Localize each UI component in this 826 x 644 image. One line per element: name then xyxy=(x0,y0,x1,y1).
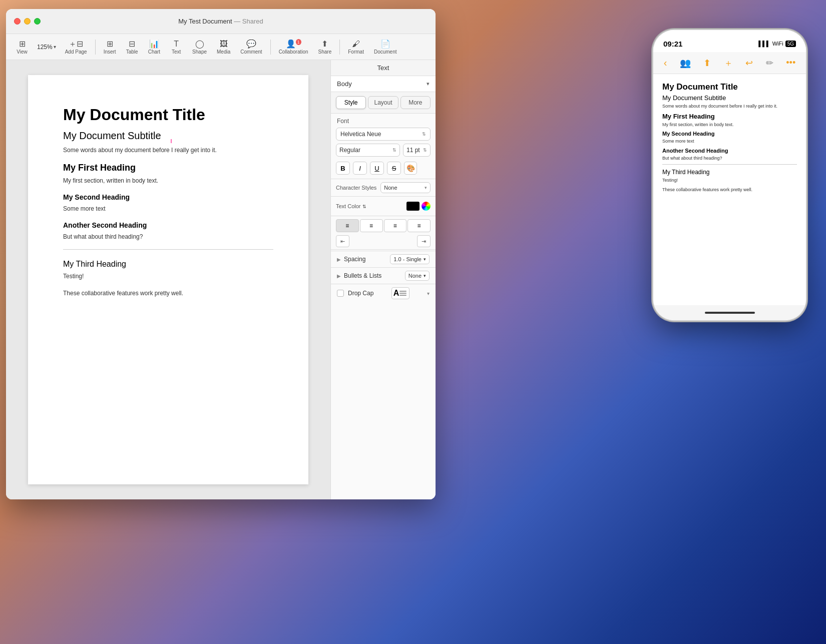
iphone-time: 09:21 xyxy=(663,40,682,48)
tab-style[interactable]: Style xyxy=(336,96,366,109)
drop-cap-line-3 xyxy=(399,295,406,296)
document-heading2b[interactable]: Another Second Heading xyxy=(63,221,273,229)
font-weight-arrows-icon: ⇅ xyxy=(392,148,396,153)
align-right-button[interactable]: ≡ xyxy=(384,219,407,232)
bullets-dropdown[interactable]: None ▾ xyxy=(405,271,430,281)
toolbar: ⊞ View 125% ▾ ＋⊟ Add Page ⊞ Insert ⊟ Tab… xyxy=(6,34,436,60)
comment-icon: 💬 xyxy=(246,39,256,49)
minimize-button[interactable] xyxy=(24,18,31,25)
iphone-heading2a: My Second Heading xyxy=(662,131,797,137)
fullscreen-button[interactable] xyxy=(34,18,41,25)
pencil-icon[interactable]: ✏ xyxy=(764,56,775,71)
document-area[interactable]: My Document Title My Document Subtitle S… xyxy=(6,60,330,499)
iphone-heading1: My First Heading xyxy=(662,113,797,120)
spacing-arrow-down-icon: ▾ xyxy=(424,257,426,262)
iphone-body2: Some more text xyxy=(662,138,797,145)
spacing-section[interactable]: ▶ Spacing 1.0 - Single ▾ xyxy=(331,251,436,267)
toolbar-divider-1 xyxy=(95,40,96,55)
add-page-button[interactable]: ＋⊟ Add Page xyxy=(61,37,91,57)
document-intro[interactable]: Some words about my document before I re… xyxy=(63,146,273,155)
text-button[interactable]: T Text xyxy=(166,37,186,57)
tab-layout[interactable]: Layout xyxy=(368,96,398,109)
add-icon[interactable]: ＋ xyxy=(722,55,735,71)
color-picker-wheel[interactable] xyxy=(422,202,431,211)
style-selector[interactable]: Body ▾ xyxy=(331,76,436,92)
shape-icon: ◯ xyxy=(195,39,204,49)
back-button[interactable]: ‹ xyxy=(662,55,669,71)
close-button[interactable] xyxy=(14,18,21,25)
format-icon: 🖌 xyxy=(352,39,360,49)
text-color-picker-button[interactable]: 🎨 xyxy=(404,162,417,175)
character-styles-label: Character Styles xyxy=(336,185,376,191)
font-size-arrows-icon: ⇅ xyxy=(423,148,427,153)
chart-button[interactable]: 📊 Chart xyxy=(144,37,164,57)
drop-cap-checkbox[interactable] xyxy=(337,290,344,297)
font-weight-dropdown[interactable]: Regular ⇅ xyxy=(336,144,400,157)
iphone-body4: Testing! xyxy=(662,177,797,184)
document-heading3[interactable]: My Third Heading xyxy=(63,260,273,269)
iphone-doc-subtitle: My Document Subtitle xyxy=(662,94,797,102)
document-subtitle: My Document Subtitle xyxy=(63,130,273,142)
document-body4[interactable]: Testing! xyxy=(63,272,273,281)
underline-button[interactable]: U xyxy=(370,162,384,175)
align-left-button[interactable]: ≡ xyxy=(336,219,359,232)
iphone-status-icons: ▌▌▌ WiFi 5G xyxy=(758,41,796,47)
document-body5[interactable]: These collaborative features work pretty… xyxy=(63,289,273,298)
media-button[interactable]: 🖼 Media xyxy=(213,37,234,57)
undo-icon[interactable]: ↩ xyxy=(743,56,755,71)
view-button[interactable]: ⊞ View xyxy=(12,37,32,57)
toolbar-divider-3 xyxy=(339,40,340,55)
collaboration-button[interactable]: 👤1 Collaboration xyxy=(275,37,312,57)
bullets-label: Bullets & Lists xyxy=(344,272,405,279)
outdent-button[interactable]: ⇤ xyxy=(336,235,349,247)
shape-button[interactable]: ◯ Shape xyxy=(188,37,211,57)
character-styles-dropdown[interactable]: None ▾ xyxy=(380,182,431,193)
strikethrough-button[interactable]: S xyxy=(387,162,401,175)
wifi-icon: WiFi xyxy=(772,41,783,47)
document-body1[interactable]: My first section, written in body text. xyxy=(63,176,273,185)
iphone-body3: But what about third heading? xyxy=(662,155,797,162)
panel-separator-2 xyxy=(331,196,436,197)
share-icon[interactable]: ⬆ xyxy=(701,56,713,71)
document-body3[interactable]: But what about third heading? xyxy=(63,232,273,241)
bullets-lists-section[interactable]: ▶ Bullets & Lists None ▾ xyxy=(331,267,436,284)
bullets-arrow-down-icon: ▾ xyxy=(424,273,426,278)
iphone-divider xyxy=(662,164,797,165)
document-button[interactable]: 📄 Document xyxy=(370,37,401,57)
style-selector-value: Body xyxy=(337,80,352,88)
spacing-control: 1.0 - Single ▾ xyxy=(390,254,430,264)
more-icon[interactable]: ••• xyxy=(784,56,797,70)
share-button[interactable]: ⬆ Share xyxy=(314,37,336,57)
insert-button[interactable]: ⊞ Insert xyxy=(100,37,120,57)
document-body2[interactable]: Some more text xyxy=(63,204,273,213)
comment-button[interactable]: 💬 Comment xyxy=(236,37,266,57)
table-button[interactable]: ⊟ Table xyxy=(122,37,142,57)
drop-cap-preview: A xyxy=(391,287,409,299)
font-face-dropdown[interactable]: Helvetica Neue ⇅ xyxy=(336,128,431,141)
iphone-status-bar: 09:21 ▌▌▌ WiFi 5G xyxy=(653,30,806,52)
collaboration-icon[interactable]: 👥 xyxy=(678,56,693,71)
zoom-control[interactable]: 125% ▾ xyxy=(34,42,59,53)
italic-button[interactable]: I xyxy=(353,162,367,175)
font-size-input[interactable]: 11 pt ⇅ xyxy=(403,144,431,157)
view-icon: ⊞ xyxy=(19,39,26,49)
add-page-icon: ＋⊟ xyxy=(69,39,83,49)
align-justify-button[interactable]: ≡ xyxy=(407,219,431,232)
collaboration-icon: 👤1 xyxy=(286,39,301,49)
table-icon: ⊟ xyxy=(129,39,135,49)
color-swatch-black[interactable] xyxy=(406,202,420,211)
spacing-dropdown[interactable]: 1.0 - Single ▾ xyxy=(390,254,430,264)
tab-more[interactable]: More xyxy=(400,96,431,109)
document-heading2a[interactable]: My Second Heading xyxy=(63,193,273,201)
content-area: My Document Title My Document Subtitle S… xyxy=(6,60,436,499)
panel-tabs: Style Layout More xyxy=(331,92,436,114)
indent-button[interactable]: ⇥ xyxy=(417,235,431,247)
document-heading1[interactable]: My First Heading xyxy=(63,163,273,173)
iphone-content[interactable]: My Document Title My Document Subtitle S… xyxy=(653,74,806,305)
bold-button[interactable]: B xyxy=(336,162,350,175)
indent-row: ⇤ ⇥ xyxy=(336,235,431,247)
drop-cap-left: Drop Cap xyxy=(337,290,373,297)
format-button[interactable]: 🖌 Format xyxy=(344,37,368,57)
panel-separator-4 xyxy=(331,249,436,250)
align-center-button[interactable]: ≡ xyxy=(360,219,383,232)
